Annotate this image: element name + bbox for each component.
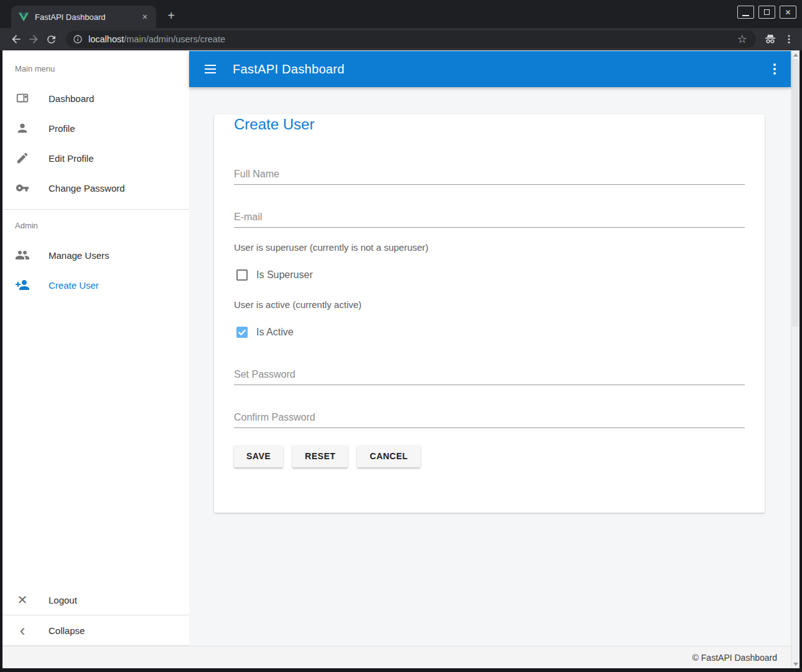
sidebar-item-manage-users[interactable]: Manage Users — [2, 240, 189, 270]
sidebar-item-label: Collapse — [49, 625, 85, 636]
sidebar-item-label: Create User — [49, 280, 99, 291]
sidebar-item-create-user[interactable]: Create User — [2, 270, 189, 300]
app-viewport: Main menu Dashboard — [2, 50, 800, 668]
incognito-icon[interactable] — [763, 32, 777, 46]
scroll-up-arrow[interactable] — [791, 50, 800, 59]
browser-menu-icon[interactable] — [783, 34, 795, 45]
superuser-checkbox-label: Is Superuser — [256, 269, 313, 281]
hamburger-menu-icon[interactable] — [203, 62, 218, 77]
browser-tab[interactable]: FastAPI Dashboard × — [11, 6, 156, 28]
form-actions: SAVE RESET CANCEL — [234, 445, 745, 467]
active-note: User is active (currently active) — [234, 300, 745, 310]
scroll-down-arrow[interactable] — [791, 660, 800, 668]
superuser-checkbox-row: Is Superuser — [234, 269, 745, 281]
set-password-field[interactable]: Set Password — [234, 370, 745, 385]
maximize-icon — [759, 6, 775, 18]
url-path: /main/admin/users/create — [124, 34, 225, 44]
cancel-button[interactable]: CANCEL — [357, 445, 420, 467]
forward-button[interactable] — [25, 30, 42, 48]
app-footer: © FastAPI Dashboard — [2, 646, 791, 668]
pencil-icon — [15, 151, 30, 166]
email-label: E-mail — [234, 212, 745, 222]
superuser-checkbox[interactable] — [236, 269, 248, 281]
reload-button[interactable] — [42, 30, 60, 48]
sidebar-item-label: Profile — [49, 123, 75, 134]
tab-close-icon[interactable]: × — [140, 12, 150, 22]
minimize-button[interactable] — [737, 6, 754, 19]
sidebar-item-label: Logout — [49, 595, 77, 605]
sidebar-item-label: Dashboard — [49, 93, 94, 104]
active-checkbox-label: Is Active — [256, 327, 294, 338]
people-icon — [15, 248, 30, 263]
active-checkbox[interactable] — [236, 327, 248, 338]
browser-window: FastAPI Dashboard × + ✕ — [0, 0, 802, 672]
person-icon — [15, 121, 30, 136]
create-user-card: Create User Full Name E-mail User is sup… — [214, 114, 765, 513]
close-icon: ✕ — [780, 6, 796, 18]
sidebar-item-dashboard[interactable]: Dashboard — [2, 83, 189, 113]
footer-copyright: © FastAPI Dashboard — [692, 653, 777, 663]
window-controls: ✕ — [737, 6, 796, 19]
minimize-icon — [738, 6, 753, 18]
email-field[interactable]: E-mail — [234, 212, 745, 228]
close-window-button[interactable]: ✕ — [780, 6, 796, 19]
new-tab-button[interactable]: + — [163, 8, 179, 24]
confirm-password-label: Confirm Password — [234, 413, 745, 422]
sidebar: Main menu Dashboard — [2, 50, 189, 646]
person-add-icon — [15, 278, 30, 292]
page-title: Create User — [234, 114, 745, 134]
bookmark-star-icon[interactable]: ☆ — [732, 32, 752, 46]
forward-arrow-icon — [27, 33, 40, 45]
sidebar-item-label: Edit Profile — [49, 153, 94, 164]
vue-logo-icon — [19, 12, 29, 22]
tab-bar: FastAPI Dashboard × + ✕ — [0, 0, 802, 28]
url-bar[interactable]: localhost/main/admin/users/create ☆ — [66, 30, 756, 48]
dashboard-icon — [15, 91, 30, 106]
save-button[interactable]: SAVE — [234, 445, 283, 467]
full-name-field[interactable]: Full Name — [234, 169, 745, 185]
sidebar-item-logout[interactable]: ✕ Logout — [2, 585, 189, 615]
page-scrollbar[interactable] — [791, 50, 800, 668]
browser-toolbar: localhost/main/admin/users/create ☆ — [0, 28, 802, 50]
confirm-password-field[interactable]: Confirm Password — [234, 413, 745, 428]
sidebar-item-label: Change Password — [49, 183, 125, 194]
active-checkbox-row: Is Active — [234, 326, 745, 338]
back-arrow-icon — [10, 33, 22, 45]
sidebar-item-label: Manage Users — [49, 250, 110, 261]
toolbar-right — [763, 32, 795, 46]
reset-button[interactable]: RESET — [292, 445, 348, 467]
sidebar-divider — [2, 209, 189, 210]
sidebar-section-admin: Admin — [15, 221, 189, 230]
sidebar-item-edit-profile[interactable]: Edit Profile — [2, 143, 189, 173]
checkmark-icon — [237, 328, 247, 337]
maximize-button[interactable] — [758, 6, 775, 19]
scrollbar-thumb[interactable] — [792, 59, 799, 327]
sidebar-item-collapse[interactable]: ‹ Collapse — [2, 615, 189, 645]
superuser-note: User is superuser (currently is not a su… — [234, 243, 745, 253]
app-title: FastAPI Dashboard — [233, 62, 345, 77]
set-password-label: Set Password — [234, 370, 745, 380]
sidebar-item-change-password[interactable]: Change Password — [2, 173, 189, 203]
url-text[interactable]: localhost/main/admin/users/create — [88, 34, 225, 44]
app-menu-dots-icon[interactable] — [773, 63, 776, 75]
app-header: FastAPI Dashboard — [189, 51, 791, 87]
sidebar-item-profile[interactable]: Profile — [2, 113, 189, 143]
url-host: localhost — [88, 34, 124, 44]
tab-title: FastAPI Dashboard — [35, 12, 140, 22]
chevron-left-icon: ‹ — [15, 623, 30, 638]
full-name-label: Full Name — [234, 169, 745, 179]
back-button[interactable] — [7, 30, 25, 48]
sidebar-section-main-menu: Main menu — [15, 64, 189, 73]
logout-x-icon: ✕ — [15, 592, 30, 607]
page-content: Create User Full Name E-mail User is sup… — [189, 87, 791, 646]
key-icon — [15, 180, 30, 195]
page-info-icon[interactable] — [72, 34, 83, 45]
reload-icon — [45, 34, 57, 45]
